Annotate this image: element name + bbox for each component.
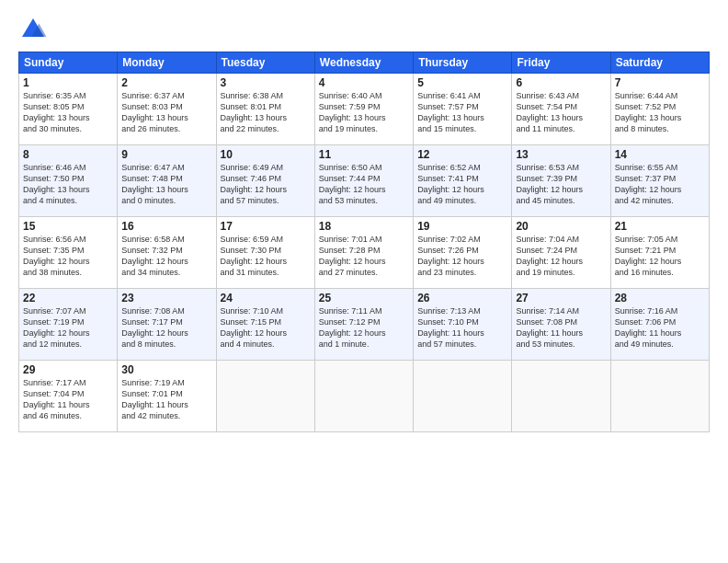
day-number: 4: [319, 76, 409, 89]
day-number: 6: [516, 76, 606, 89]
week-row-4: 22Sunrise: 7:07 AMSunset: 7:19 PMDayligh…: [19, 289, 710, 361]
cell-info: Sunrise: 7:11 AMSunset: 7:12 PMDaylight:…: [319, 305, 409, 350]
week-row-3: 15Sunrise: 6:56 AMSunset: 7:35 PMDayligh…: [19, 217, 710, 289]
calendar-cell: 2Sunrise: 6:37 AMSunset: 8:03 PMDaylight…: [118, 74, 216, 145]
header: [18, 15, 710, 44]
day-number: 7: [615, 76, 705, 89]
day-number: 17: [221, 220, 311, 233]
cell-info: Sunrise: 6:41 AMSunset: 7:57 PMDaylight:…: [417, 90, 507, 135]
cell-info: Sunrise: 7:01 AMSunset: 7:28 PMDaylight:…: [319, 234, 409, 279]
day-number: 28: [615, 292, 705, 304]
weekday-header-row: SundayMondayTuesdayWednesdayThursdayFrid…: [19, 52, 710, 74]
day-number: 15: [23, 220, 113, 233]
cell-info: Sunrise: 7:17 AMSunset: 7:04 PMDaylight:…: [23, 377, 113, 422]
cell-info: Sunrise: 7:02 AMSunset: 7:26 PMDaylight:…: [417, 234, 507, 279]
weekday-header-friday: Friday: [512, 52, 610, 74]
cell-info: Sunrise: 7:08 AMSunset: 7:17 PMDaylight:…: [121, 305, 211, 350]
week-row-2: 8Sunrise: 6:46 AMSunset: 7:50 PMDaylight…: [19, 145, 710, 217]
day-number: 5: [417, 76, 507, 89]
day-number: 18: [319, 220, 409, 233]
calendar-cell: 23Sunrise: 7:08 AMSunset: 7:17 PMDayligh…: [118, 289, 216, 361]
day-number: 26: [417, 292, 507, 304]
calendar-cell: 21Sunrise: 7:05 AMSunset: 7:21 PMDayligh…: [610, 217, 709, 289]
calendar-cell: 1Sunrise: 6:35 AMSunset: 8:05 PMDaylight…: [19, 74, 118, 145]
calendar-cell: [610, 361, 709, 432]
cell-info: Sunrise: 6:43 AMSunset: 7:54 PMDaylight:…: [516, 90, 606, 135]
day-number: 14: [615, 148, 705, 161]
cell-info: Sunrise: 6:35 AMSunset: 8:05 PMDaylight:…: [23, 90, 113, 135]
cell-info: Sunrise: 6:38 AMSunset: 8:01 PMDaylight:…: [221, 90, 311, 135]
day-number: 20: [516, 220, 606, 233]
weekday-header-saturday: Saturday: [610, 52, 709, 74]
cell-info: Sunrise: 7:13 AMSunset: 7:10 PMDaylight:…: [417, 305, 507, 350]
calendar-cell: 17Sunrise: 6:59 AMSunset: 7:30 PMDayligh…: [216, 217, 314, 289]
calendar-cell: 26Sunrise: 7:13 AMSunset: 7:10 PMDayligh…: [414, 289, 512, 361]
day-number: 19: [417, 220, 507, 233]
day-number: 22: [23, 292, 113, 304]
cell-info: Sunrise: 6:47 AMSunset: 7:48 PMDaylight:…: [121, 162, 211, 207]
day-number: 2: [121, 76, 211, 89]
calendar-cell: [314, 361, 413, 432]
weekday-header-monday: Monday: [118, 52, 216, 74]
day-number: 3: [221, 76, 311, 89]
day-number: 16: [121, 220, 211, 233]
calendar-cell: 20Sunrise: 7:04 AMSunset: 7:24 PMDayligh…: [512, 217, 610, 289]
cell-info: Sunrise: 7:04 AMSunset: 7:24 PMDaylight:…: [516, 234, 606, 279]
calendar-cell: 5Sunrise: 6:41 AMSunset: 7:57 PMDaylight…: [414, 74, 512, 145]
weekday-header-sunday: Sunday: [19, 52, 118, 74]
cell-info: Sunrise: 6:58 AMSunset: 7:32 PMDaylight:…: [121, 234, 211, 279]
day-number: 9: [121, 148, 211, 161]
day-number: 30: [121, 363, 211, 376]
calendar-cell: 28Sunrise: 7:16 AMSunset: 7:06 PMDayligh…: [610, 289, 709, 361]
calendar-cell: [414, 361, 512, 432]
calendar-cell: 7Sunrise: 6:44 AMSunset: 7:52 PMDaylight…: [610, 74, 709, 145]
calendar-cell: 10Sunrise: 6:49 AMSunset: 7:46 PMDayligh…: [216, 145, 314, 217]
cell-info: Sunrise: 7:07 AMSunset: 7:19 PMDaylight:…: [23, 305, 113, 350]
calendar-cell: 13Sunrise: 6:53 AMSunset: 7:39 PMDayligh…: [512, 145, 610, 217]
calendar-cell: 24Sunrise: 7:10 AMSunset: 7:15 PMDayligh…: [216, 289, 314, 361]
weekday-header-tuesday: Tuesday: [216, 52, 314, 74]
weekday-header-wednesday: Wednesday: [314, 52, 413, 74]
calendar-cell: [216, 361, 314, 432]
logo: [18, 15, 51, 44]
day-number: 8: [23, 148, 113, 161]
calendar-cell: 15Sunrise: 6:56 AMSunset: 7:35 PMDayligh…: [19, 217, 118, 289]
cell-info: Sunrise: 6:59 AMSunset: 7:30 PMDaylight:…: [221, 234, 311, 279]
cell-info: Sunrise: 6:50 AMSunset: 7:44 PMDaylight:…: [319, 162, 409, 207]
calendar-cell: 18Sunrise: 7:01 AMSunset: 7:28 PMDayligh…: [314, 217, 413, 289]
day-number: 21: [615, 220, 705, 233]
day-number: 23: [121, 292, 211, 304]
cell-info: Sunrise: 7:16 AMSunset: 7:06 PMDaylight:…: [615, 305, 705, 350]
day-number: 29: [23, 363, 113, 376]
calendar: SundayMondayTuesdayWednesdayThursdayFrid…: [18, 52, 710, 432]
cell-info: Sunrise: 6:56 AMSunset: 7:35 PMDaylight:…: [23, 234, 113, 279]
calendar-cell: 6Sunrise: 6:43 AMSunset: 7:54 PMDaylight…: [512, 74, 610, 145]
calendar-cell: 3Sunrise: 6:38 AMSunset: 8:01 PMDaylight…: [216, 74, 314, 145]
week-row-5: 29Sunrise: 7:17 AMSunset: 7:04 PMDayligh…: [19, 361, 710, 432]
cell-info: Sunrise: 7:14 AMSunset: 7:08 PMDaylight:…: [516, 305, 606, 350]
calendar-cell: 8Sunrise: 6:46 AMSunset: 7:50 PMDaylight…: [19, 145, 118, 217]
cell-info: Sunrise: 7:05 AMSunset: 7:21 PMDaylight:…: [615, 234, 705, 279]
cell-info: Sunrise: 7:10 AMSunset: 7:15 PMDaylight:…: [221, 305, 311, 350]
calendar-cell: 19Sunrise: 7:02 AMSunset: 7:26 PMDayligh…: [414, 217, 512, 289]
calendar-cell: 9Sunrise: 6:47 AMSunset: 7:48 PMDaylight…: [118, 145, 216, 217]
day-number: 27: [516, 292, 606, 304]
cell-info: Sunrise: 6:37 AMSunset: 8:03 PMDaylight:…: [121, 90, 211, 135]
cell-info: Sunrise: 6:53 AMSunset: 7:39 PMDaylight:…: [516, 162, 606, 207]
calendar-cell: 25Sunrise: 7:11 AMSunset: 7:12 PMDayligh…: [314, 289, 413, 361]
calendar-cell: 14Sunrise: 6:55 AMSunset: 7:37 PMDayligh…: [610, 145, 709, 217]
calendar-cell: 11Sunrise: 6:50 AMSunset: 7:44 PMDayligh…: [314, 145, 413, 217]
logo-icon: [18, 15, 48, 44]
cell-info: Sunrise: 6:49 AMSunset: 7:46 PMDaylight:…: [221, 162, 311, 207]
calendar-cell: 16Sunrise: 6:58 AMSunset: 7:32 PMDayligh…: [118, 217, 216, 289]
day-number: 10: [221, 148, 311, 161]
week-row-1: 1Sunrise: 6:35 AMSunset: 8:05 PMDaylight…: [19, 74, 710, 145]
cell-info: Sunrise: 6:44 AMSunset: 7:52 PMDaylight:…: [615, 90, 705, 135]
calendar-cell: 12Sunrise: 6:52 AMSunset: 7:41 PMDayligh…: [414, 145, 512, 217]
day-number: 11: [319, 148, 409, 161]
cell-info: Sunrise: 6:46 AMSunset: 7:50 PMDaylight:…: [23, 162, 113, 207]
day-number: 1: [23, 76, 113, 89]
day-number: 12: [417, 148, 507, 161]
day-number: 25: [319, 292, 409, 304]
cell-info: Sunrise: 6:40 AMSunset: 7:59 PMDaylight:…: [319, 90, 409, 135]
